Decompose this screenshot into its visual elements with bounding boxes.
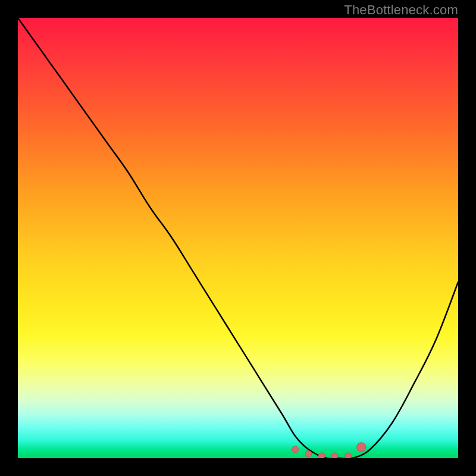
watermark-text: TheBottleneck.com: [344, 2, 458, 18]
marker-dot: [345, 453, 352, 458]
marker-dot: [318, 453, 325, 458]
curve-layer: [18, 18, 458, 458]
chart-frame: TheBottleneck.com: [0, 0, 476, 476]
marker-dot: [357, 443, 366, 452]
marker-dot: [332, 453, 339, 458]
plot-area: [18, 18, 458, 458]
marker-dot: [292, 446, 299, 453]
marker-dot: [305, 450, 312, 457]
bottleneck-curve: [18, 18, 458, 458]
